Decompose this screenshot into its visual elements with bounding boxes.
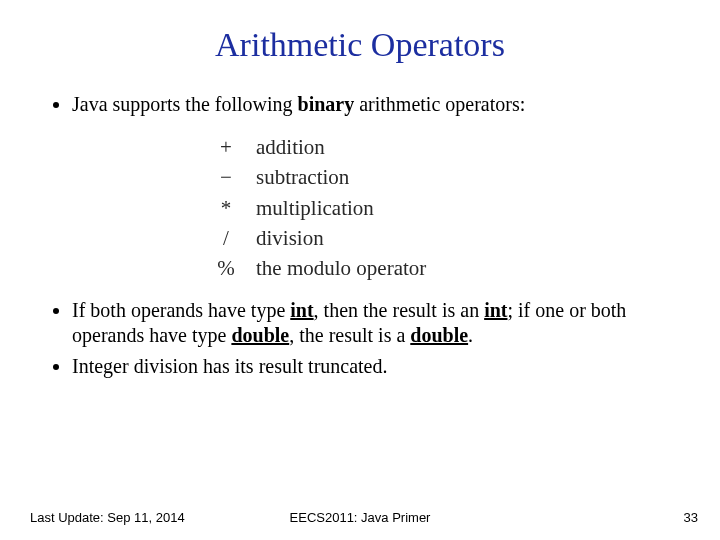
operator-symbol: * bbox=[212, 194, 254, 222]
bullet-2: If both operands have type int, then the… bbox=[72, 298, 670, 348]
bullet-list-2: If both operands have type int, then the… bbox=[50, 298, 670, 379]
operator-desc: subtraction bbox=[256, 163, 440, 191]
kw-int: int bbox=[290, 299, 313, 321]
operator-desc: addition bbox=[256, 133, 440, 161]
bold-binary: binary bbox=[298, 93, 355, 115]
kw-double: double bbox=[410, 324, 468, 346]
operator-desc: division bbox=[256, 224, 440, 252]
text: If both operands have type bbox=[72, 299, 290, 321]
operator-symbol: − bbox=[212, 163, 254, 191]
operator-row: /division bbox=[212, 224, 440, 252]
bullet-1: Java supports the following binary arith… bbox=[72, 92, 670, 117]
text: , then the result is an bbox=[314, 299, 485, 321]
operator-symbol: / bbox=[212, 224, 254, 252]
operator-symbol: + bbox=[212, 133, 254, 161]
kw-double: double bbox=[231, 324, 289, 346]
bullet-3: Integer division has its result truncate… bbox=[72, 354, 670, 379]
slide-content: Java supports the following binary arith… bbox=[0, 74, 720, 379]
operator-row: *multiplication bbox=[212, 194, 440, 222]
operator-table: +addition−subtraction*multiplication/div… bbox=[210, 131, 442, 284]
operator-desc: multiplication bbox=[256, 194, 440, 222]
operator-desc: the modulo operator bbox=[256, 254, 440, 282]
operator-symbol: % bbox=[212, 254, 254, 282]
operator-row: −subtraction bbox=[212, 163, 440, 191]
text: . bbox=[468, 324, 473, 346]
operator-row: +addition bbox=[212, 133, 440, 161]
footer-course: EECS2011: Java Primer bbox=[0, 510, 720, 525]
text: arithmetic operators: bbox=[354, 93, 525, 115]
bullet-list: Java supports the following binary arith… bbox=[50, 92, 670, 117]
text: , the result is a bbox=[289, 324, 410, 346]
kw-int: int bbox=[484, 299, 507, 321]
slide: Arithmetic Operators Java supports the f… bbox=[0, 0, 720, 540]
footer-page-number: 33 bbox=[684, 510, 698, 525]
text: Java supports the following bbox=[72, 93, 298, 115]
slide-title: Arithmetic Operators bbox=[0, 0, 720, 74]
operator-row: %the modulo operator bbox=[212, 254, 440, 282]
